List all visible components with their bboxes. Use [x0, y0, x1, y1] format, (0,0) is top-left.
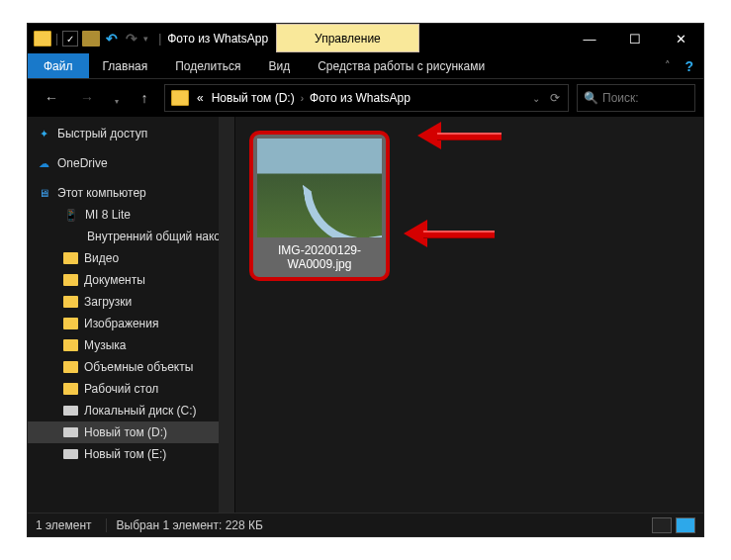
folder-icon [63, 361, 78, 373]
folder-icon[interactable] [34, 31, 51, 47]
context-tab-manage[interactable]: Управление [276, 24, 419, 52]
content-area[interactable]: IMG-20200129-WA0009.jpg [235, 117, 703, 513]
qat-divider: | [55, 32, 58, 46]
status-selection: Выбран 1 элемент: 228 КБ [117, 518, 263, 532]
quick-access-toolbar: | ✓ ↶ ↷ ▾ [28, 24, 154, 53]
nav-label: Этот компьютер [57, 186, 146, 200]
search-icon: 🔍 [584, 91, 598, 105]
nav-local-c[interactable]: Локальный диск (C:) [28, 400, 234, 421]
titlebar: | ✓ ↶ ↷ ▾ | Фото из WhatsApp Управление … [28, 24, 703, 53]
nav-documents[interactable]: Документы [28, 269, 234, 291]
folder-icon [63, 252, 78, 264]
folder-icon [63, 383, 78, 395]
recent-locations-button[interactable]: ▾ [107, 84, 125, 112]
nav-label: MI 8 Lite [85, 208, 131, 222]
nav-label: Новый том (E:) [84, 447, 166, 461]
nav-videos[interactable]: Видео [28, 247, 234, 269]
nav-pictures[interactable]: Изображения [28, 313, 234, 334]
nav-label: Локальный диск (C:) [84, 404, 197, 418]
nav-label: Внутренний общий накопитель [87, 230, 235, 243]
ribbon-tabs: Файл Главная Поделиться Вид Средства раб… [28, 53, 703, 79]
window-controls: — ☐ ✕ [567, 24, 703, 53]
details-view-icon[interactable] [652, 517, 672, 533]
cloud-icon: ☁ [36, 156, 51, 170]
chevron-right-icon[interactable]: › [299, 93, 306, 104]
disk-icon [63, 406, 78, 416]
nav-onedrive[interactable]: ☁OneDrive [28, 152, 234, 174]
folder-icon [63, 318, 78, 329]
maximize-button[interactable]: ☐ [612, 24, 658, 53]
address-dropdown-icon[interactable]: ⌄ [532, 93, 540, 104]
nav-scrollbar[interactable] [219, 117, 234, 513]
nav-internal-storage[interactable]: Внутренний общий накопитель [28, 226, 234, 247]
refresh-icon[interactable]: ⟳ [550, 91, 560, 105]
phone-icon: 📱 [63, 208, 79, 222]
new-folder-icon[interactable] [82, 31, 100, 47]
star-icon: ✦ [36, 127, 51, 140]
status-bar: 1 элемент Выбран 1 элемент: 228 КБ [28, 513, 703, 536]
nav-label: OneDrive [57, 156, 108, 170]
disk-icon [63, 449, 78, 459]
address-bar[interactable]: « Новый том (D:) › Фото из WhatsApp ⌄ ⟳ [164, 84, 569, 112]
window-title: | Фото из WhatsApp [154, 24, 268, 53]
thumbnails-view-icon[interactable] [676, 517, 695, 533]
folder-icon [63, 339, 78, 351]
file-name: IMG-20200129-WA0009.jpg [257, 237, 382, 273]
crumb-folder[interactable]: Фото из WhatsApp [306, 91, 414, 105]
nav-label: Новый том (D:) [84, 425, 167, 439]
address-bar-right: ⌄ ⟳ [532, 91, 568, 105]
explorer-window: | ✓ ↶ ↷ ▾ | Фото из WhatsApp Управление … [27, 23, 704, 537]
pc-icon: 🖥 [36, 186, 51, 200]
navigation-row: ← → ▾ ↑ « Новый том (D:) › Фото из Whats… [28, 79, 703, 117]
properties-icon[interactable]: ✓ [62, 31, 78, 47]
up-button[interactable]: ↑ [129, 84, 160, 112]
search-placeholder: Поиск: [602, 91, 639, 105]
nav-this-pc[interactable]: 🖥Этот компьютер [28, 182, 234, 204]
tab-picture-tools[interactable]: Средства работы с рисунками [304, 53, 499, 78]
ribbon-right: ˄ ? [665, 53, 703, 78]
nav-label: Видео [84, 251, 119, 265]
file-thumbnail[interactable]: IMG-20200129-WA0009.jpg [249, 131, 390, 281]
view-switcher [652, 517, 695, 533]
title-text: Фото из WhatsApp [167, 32, 268, 46]
crumb-drive[interactable]: Новый том (D:) [208, 91, 299, 105]
search-box[interactable]: 🔍 Поиск: [577, 84, 695, 112]
collapse-ribbon-icon[interactable]: ˄ [665, 59, 671, 72]
nav-label: Документы [84, 273, 145, 287]
nav-label: Быстрый доступ [57, 127, 147, 140]
nav-label: Изображения [84, 317, 158, 330]
nav-label: Объемные объекты [84, 360, 193, 374]
tab-home[interactable]: Главная [89, 53, 162, 78]
nav-phone[interactable]: 📱MI 8 Lite [28, 204, 234, 226]
nav-local-e[interactable]: Новый том (E:) [28, 443, 234, 465]
close-button[interactable]: ✕ [658, 24, 703, 53]
back-button[interactable]: ← [36, 84, 67, 112]
thumbnail-preview [257, 139, 382, 237]
nav-music[interactable]: Музыка [28, 334, 234, 356]
qat-dropdown-icon[interactable]: ▾ [143, 34, 148, 44]
explorer-body: ✦Быстрый доступ ☁OneDrive 🖥Этот компьюте… [28, 117, 703, 513]
nav-downloads[interactable]: Загрузки [28, 291, 234, 313]
tab-share[interactable]: Поделиться [161, 53, 254, 78]
folder-icon [63, 296, 78, 308]
nav-label: Музыка [84, 338, 126, 352]
crumb-prefix[interactable]: « [193, 91, 208, 105]
status-item-count: 1 элемент [36, 518, 107, 532]
location-folder-icon [171, 90, 189, 106]
title-sep: | [158, 32, 161, 46]
folder-icon [63, 274, 78, 286]
redo-icon[interactable]: ↷ [124, 31, 139, 47]
tab-view[interactable]: Вид [254, 53, 304, 78]
disk-icon [63, 427, 78, 437]
forward-button[interactable]: → [71, 84, 103, 112]
minimize-button[interactable]: — [567, 24, 612, 53]
tab-file[interactable]: Файл [28, 53, 89, 78]
help-icon[interactable]: ? [685, 58, 693, 74]
navigation-pane: ✦Быстрый доступ ☁OneDrive 🖥Этот компьюте… [28, 117, 235, 513]
nav-quick-access[interactable]: ✦Быстрый доступ [28, 123, 234, 144]
nav-desktop[interactable]: Рабочий стол [28, 378, 234, 400]
nav-3d-objects[interactable]: Объемные объекты [28, 356, 234, 378]
nav-local-d[interactable]: Новый том (D:) [28, 421, 234, 443]
nav-label: Рабочий стол [84, 382, 158, 396]
undo-icon[interactable]: ↶ [104, 31, 120, 47]
